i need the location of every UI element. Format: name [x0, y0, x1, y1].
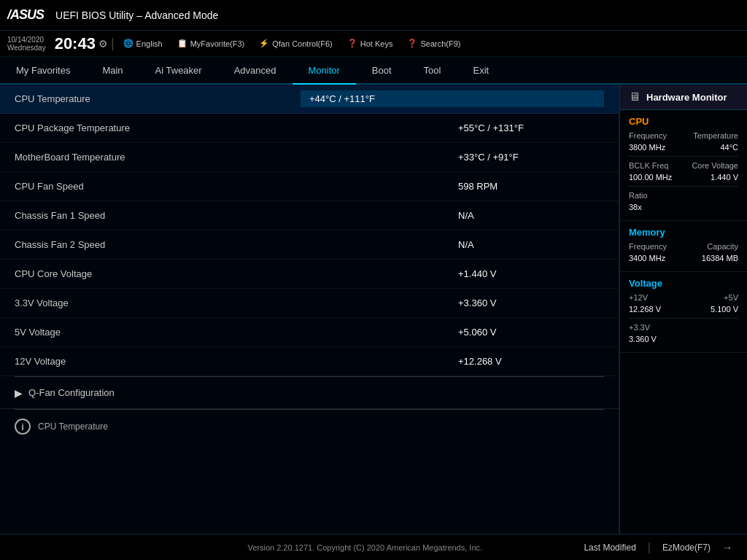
nav-monitor[interactable]: Monitor [293, 57, 356, 85]
myfavorite-button[interactable]: 📋 MyFavorite(F3) [171, 36, 251, 51]
qfan-label: Qfan Control(F6) [272, 39, 333, 48]
table-row[interactable]: 12V Voltage +12.268 V [0, 347, 619, 376]
row-label: Chassis Fan 1 Speed [15, 210, 458, 221]
time-display: 20:43 ⚙ [55, 34, 108, 53]
row-label: 5V Voltage [15, 327, 458, 338]
bclk-row-labels: BCLK Freq Core Voltage [629, 161, 738, 170]
nav-main[interactable]: Main [86, 57, 139, 85]
nav-tool[interactable]: Tool [408, 57, 457, 85]
table-row[interactable]: Chassis Fan 2 Speed N/A [0, 230, 619, 260]
ratio-label: Ratio [629, 191, 648, 200]
day: Wednesday [7, 44, 46, 52]
nav-ai-tweaker[interactable]: Ai Tweaker [139, 57, 218, 85]
row-label: 12V Voltage [15, 356, 458, 367]
cpu-frequency-row: Frequency Temperature [629, 131, 738, 140]
mem-freq-value: 3400 MHz [629, 254, 665, 262]
search-icon: ❓ [407, 39, 417, 48]
core-voltage-label: Core Voltage [692, 161, 738, 170]
v33-label-row: +3.3V [629, 323, 738, 332]
sep1: | [111, 36, 115, 51]
v33-value: 3.360 V [629, 335, 657, 343]
table-row[interactable]: CPU Fan Speed 598 RPM [0, 172, 619, 201]
content-area: CPU Temperature +44°C / +111°F CPU Packa… [0, 85, 747, 534]
hotkeys-button[interactable]: ❓ Hot Keys [341, 36, 399, 51]
myfavorite-label: MyFavorite(F3) [190, 39, 245, 48]
mem-capacity-value: 16384 MB [702, 254, 738, 262]
row-value: +5.060 V [458, 327, 604, 338]
asus-logo-text: /ASUS [7, 7, 44, 23]
row-value: N/A [458, 239, 604, 250]
mem-freq-label: Frequency [629, 242, 667, 251]
hw-monitor-title: Hardware Monitor [646, 92, 727, 103]
globe-icon: 🌐 [123, 39, 133, 48]
cpu-section: CPU Frequency Temperature 3800 MHz 44°C … [620, 110, 747, 221]
fav-icon: 📋 [177, 39, 187, 48]
hw-divider [629, 156, 738, 157]
qfan-label: Q-Fan Configuration [28, 387, 115, 398]
fan-icon: ⚡ [259, 39, 269, 48]
row-label: CPU Core Voltage [15, 268, 458, 279]
row-label: Chassis Fan 2 Speed [15, 239, 458, 250]
search-button[interactable]: ❓ Search(F9) [401, 36, 466, 51]
nav-my-favorites[interactable]: My Favorites [0, 57, 86, 85]
hw-monitor-header: 🖥 Hardware Monitor [620, 85, 747, 110]
last-modified-button[interactable]: Last Modified [584, 542, 635, 553]
language-button[interactable]: 🌐 English [117, 36, 169, 51]
table-row[interactable]: CPU Temperature +44°C / +111°F [0, 85, 619, 114]
table-row[interactable]: CPU Package Temperature +55°C / +131°F [0, 114, 619, 143]
time-value: 20:43 [55, 34, 96, 53]
table-row[interactable]: 3.3V Voltage +3.360 V [0, 289, 619, 318]
row-value: +12.268 V [458, 356, 604, 367]
language-label: English [136, 39, 163, 48]
bottom-sep: | [648, 541, 651, 554]
table-row[interactable]: 5V Voltage +5.060 V [0, 318, 619, 347]
qfan-row[interactable]: ▶ Q-Fan Configuration [0, 377, 619, 409]
nav-advanced[interactable]: Advanced [218, 57, 293, 85]
version-text: Version 2.20.1271. Copyright (C) 2020 Am… [146, 543, 584, 552]
voltage-section-title: Voltage [629, 278, 738, 289]
table-row[interactable]: Chassis Fan 1 Speed N/A [0, 201, 619, 230]
v33-label: +3.3V [629, 323, 650, 332]
core-voltage-value: 1.440 V [711, 173, 738, 182]
row-value: +3.360 V [458, 298, 604, 308]
cpu-freq-label: Frequency [629, 131, 667, 140]
ratio-row-label: Ratio [629, 191, 738, 200]
top-bar: /ASUS UEFI BIOS Utility – Advanced Mode [0, 0, 747, 31]
row-label: CPU Fan Speed [15, 181, 458, 192]
bclk-label: BCLK Freq [629, 161, 668, 170]
voltage-divider [629, 318, 738, 319]
cpu-frequency-values: 3800 MHz 44°C [629, 143, 738, 152]
qfan-button[interactable]: ⚡ Qfan Control(F6) [253, 36, 338, 51]
table-row[interactable]: MotherBoard Temperature +33°C / +91°F [0, 143, 619, 172]
row-value: +33°C / +91°F [458, 152, 604, 163]
expand-icon: ▶ [15, 387, 23, 399]
cpu-section-title: CPU [629, 116, 738, 127]
memory-section: Memory Frequency Capacity 3400 MHz 16384… [620, 221, 747, 272]
row-value: N/A [458, 210, 604, 221]
asus-logo: /ASUS [7, 7, 44, 23]
settings-icon[interactable]: ⚙ [98, 38, 108, 50]
nav-boot[interactable]: Boot [356, 57, 408, 85]
table-row[interactable]: CPU Core Voltage +1.440 V [0, 260, 619, 289]
ez-mode-button[interactable]: EzMode(F7) [662, 542, 711, 553]
bclk-value: 100.00 MHz [629, 173, 672, 182]
mem-freq-row-values: 3400 MHz 16384 MB [629, 254, 738, 262]
nav-exit[interactable]: Exit [457, 57, 505, 85]
cpu-temp-value: 44°C [720, 143, 738, 152]
v12v5-values: 12.268 V 5.100 V [629, 305, 738, 314]
memory-section-title: Memory [629, 227, 738, 238]
bottom-right: Last Modified | EzMode(F7) → [584, 541, 732, 554]
row-value: +55°C / +131°F [458, 122, 604, 133]
v12v5-labels: +12V +5V [629, 293, 738, 302]
cpu-freq-value: 3800 MHz [629, 143, 665, 152]
main-panel: CPU Temperature +44°C / +111°F CPU Packa… [0, 85, 619, 534]
v5-label: +5V [724, 293, 738, 302]
info-text: CPU Temperature [38, 421, 108, 432]
datetime: 10/14/2020 Wednesday [7, 36, 46, 52]
arrow-right-icon: → [722, 542, 732, 553]
nav-bar: My Favorites Main Ai Tweaker Advanced Mo… [0, 57, 747, 85]
ratio-value: 38x [629, 203, 642, 211]
v5-value: 5.100 V [711, 305, 738, 314]
info-icon: i [15, 419, 31, 435]
cpu-temp-label: Temperature [693, 131, 738, 140]
